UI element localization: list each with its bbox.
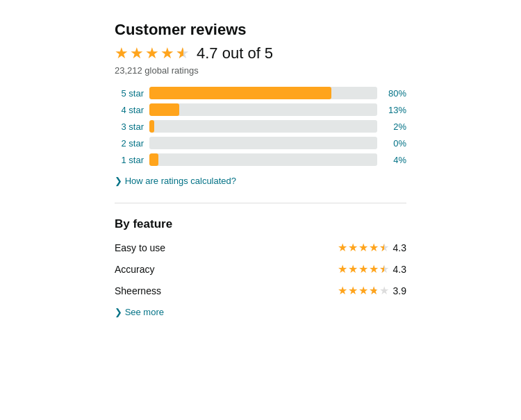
astar5-half: ★ ★ [379,262,389,276]
star-1: ★ [115,44,129,62]
astar3: ★ [358,262,368,276]
fstar3: ★ [358,241,368,254]
bar-label-4star[interactable]: 4 star [115,105,144,115]
global-ratings-count: 23,212 global ratings [115,65,406,76]
bar-track-2star [149,137,377,149]
customer-reviews-section: Customer reviews ★ ★ ★ ★ ★ ★ 4.7 out of … [115,21,406,318]
star-4: ★ [160,44,174,62]
star-2: ★ [130,44,144,62]
fstar5-half: ★ ★ [379,241,389,254]
feature-score-accuracy: 4.3 [393,264,406,275]
overall-rating-row: ★ ★ ★ ★ ★ ★ 4.7 out of 5 [115,44,406,62]
feature-rating-sheerness: ★ ★ ★ ★ ★ ★ 3.9 [338,284,406,297]
feature-row-accuracy: Accuracy ★ ★ ★ ★ ★ ★ 4.3 [115,262,406,276]
section-title: Customer reviews [115,21,406,39]
bar-label-5star[interactable]: 5 star [115,88,144,99]
feature-score-easy-to-use: 4.3 [393,242,406,253]
bar-label-2star[interactable]: 2 star [115,138,144,149]
feature-stars-accuracy: ★ ★ ★ ★ ★ ★ [338,262,389,276]
bar-label-3star[interactable]: 3 star [115,121,144,132]
bar-row-1star[interactable]: 1 star 4% [115,153,406,166]
rating-value: 4.7 out of 5 [197,44,273,62]
bar-pct-5star[interactable]: 80% [383,88,406,99]
bar-pct-3star[interactable]: 2% [383,121,406,132]
bar-pct-2star[interactable]: 0% [383,138,406,149]
feature-rating-easy-to-use: ★ ★ ★ ★ ★ ★ 4.3 [338,241,406,254]
feature-stars-sheerness: ★ ★ ★ ★ ★ ★ [338,284,389,297]
rating-bars: 5 star 80% 4 star 13% 3 star 2% 2 star [115,87,406,166]
bar-pct-1star[interactable]: 4% [383,155,406,165]
bar-row-4star[interactable]: 4 star 13% [115,103,406,116]
sstar3: ★ [358,284,368,297]
feature-rating-accuracy: ★ ★ ★ ★ ★ ★ 4.3 [338,262,406,276]
see-more-link[interactable]: ❯ See more [115,307,164,317]
bar-track-3star [149,120,377,133]
sstar1: ★ [338,284,347,297]
bar-fill-3star [149,120,154,133]
bar-pct-4star[interactable]: 13% [383,105,406,115]
by-feature-title: By feature [115,217,406,231]
feature-row-easy-to-use: Easy to use ★ ★ ★ ★ ★ ★ 4.3 [115,241,406,254]
feature-name-sheerness: Sheerness [115,285,198,296]
sstar4-half: ★ ★ [369,284,379,297]
feature-stars-easy-to-use: ★ ★ ★ ★ ★ ★ [338,241,389,254]
bar-fill-1star [149,153,158,166]
feature-score-sheerness: 3.9 [393,285,406,296]
feature-name-easy-to-use: Easy to use [115,242,198,253]
overall-stars: ★ ★ ★ ★ ★ ★ [115,44,190,62]
astar1: ★ [338,262,347,276]
bar-row-5star[interactable]: 5 star 80% [115,87,406,99]
astar2: ★ [348,262,358,276]
bar-track-4star [149,103,377,116]
sstar5: ★ [379,284,389,297]
bar-fill-4star [149,103,179,116]
bar-track-5star [149,87,377,99]
bar-fill-5star [149,87,331,99]
feature-row-sheerness: Sheerness ★ ★ ★ ★ ★ ★ 3.9 [115,284,406,297]
bar-row-3star[interactable]: 3 star 2% [115,120,406,133]
bar-track-1star [149,153,377,166]
fstar1: ★ [338,241,347,254]
ratings-calculated-link[interactable]: ❯ How are ratings calculated? [115,176,236,186]
astar4: ★ [369,262,379,276]
section-divider [115,203,406,203]
feature-name-accuracy: Accuracy [115,264,198,275]
star-3: ★ [145,44,159,62]
fstar2: ★ [348,241,358,254]
sstar2: ★ [348,284,358,297]
bar-label-1star[interactable]: 1 star [115,155,144,165]
bar-row-2star[interactable]: 2 star 0% [115,137,406,149]
fstar4: ★ [369,241,379,254]
star-5-half: ★ ★ [176,44,190,62]
